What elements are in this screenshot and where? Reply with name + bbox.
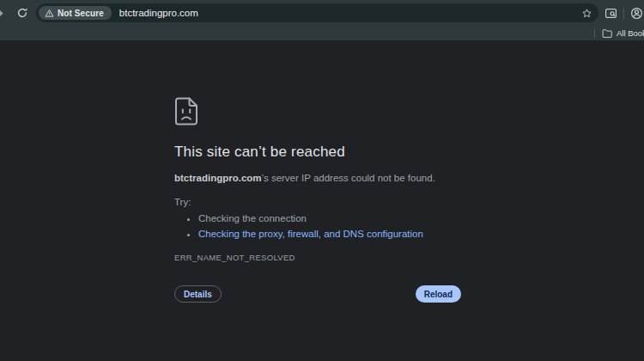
details-button[interactable]: Details bbox=[174, 285, 222, 303]
toolbar-divider bbox=[623, 8, 624, 19]
forward-icon[interactable] bbox=[0, 7, 4, 20]
suggestion-item: Checking the connection bbox=[198, 212, 461, 225]
suggestion-text: Checking the connection bbox=[198, 213, 307, 223]
all-bookmarks-label: All Bookmarks bbox=[617, 28, 644, 38]
error-description-rest: ’s server IP address could not be found. bbox=[262, 173, 435, 183]
profile-icon[interactable] bbox=[630, 7, 643, 20]
browser-toolbar: Not Secure btctradingpro.com bbox=[0, 0, 644, 26]
bookmarks-bar: All Bookmarks bbox=[0, 26, 644, 40]
error-description: btctradingpro.com’s server IP address co… bbox=[174, 172, 461, 184]
bookmark-star-icon[interactable] bbox=[581, 8, 592, 19]
all-bookmarks-button[interactable]: All Bookmarks bbox=[602, 28, 644, 38]
error-code: ERR_NAME_NOT_RESOLVED bbox=[174, 253, 461, 262]
button-row: Details Reload bbox=[174, 285, 461, 303]
warning-triangle-icon bbox=[45, 9, 54, 18]
proxy-settings-link[interactable]: Checking the proxy, firewall, and DNS co… bbox=[198, 229, 423, 239]
url-text[interactable]: btctradingpro.com bbox=[119, 8, 581, 18]
reload-button[interactable]: Reload bbox=[416, 285, 461, 303]
reload-icon[interactable] bbox=[16, 7, 28, 19]
bookmarks-divider bbox=[594, 29, 595, 38]
error-domain: btctradingpro.com bbox=[174, 173, 262, 183]
not-secure-chip[interactable]: Not Secure bbox=[39, 6, 112, 20]
address-bar[interactable]: Not Secure btctradingpro.com bbox=[36, 3, 598, 22]
error-page: This site can’t be reached btctradingpro… bbox=[0, 40, 644, 361]
not-secure-label: Not Secure bbox=[58, 9, 104, 18]
suggestion-list: Checking the connection Checking the pro… bbox=[174, 212, 461, 240]
suggestion-item: Checking the proxy, firewall, and DNS co… bbox=[198, 228, 461, 241]
error-title: This site can’t be reached bbox=[174, 144, 461, 161]
try-label: Try: bbox=[174, 197, 461, 207]
side-panel-search-icon[interactable] bbox=[605, 7, 617, 20]
folder-icon bbox=[602, 28, 612, 38]
sad-page-icon bbox=[174, 97, 198, 125]
